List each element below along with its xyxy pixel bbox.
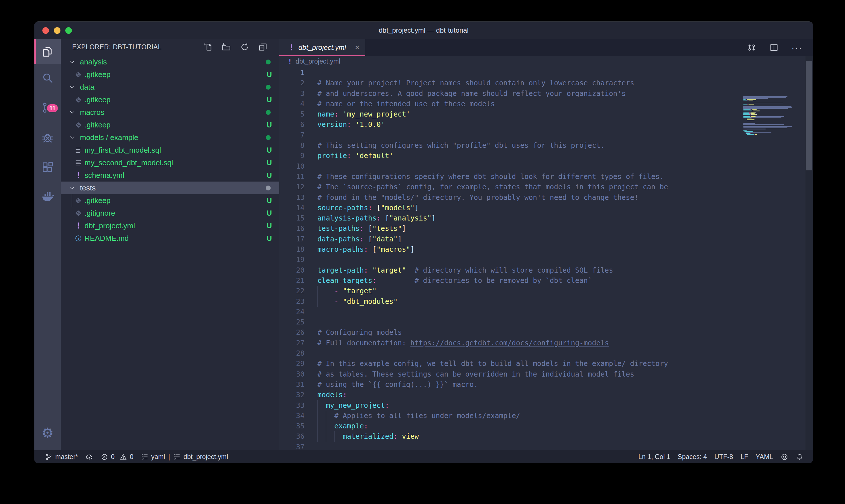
tree-item-gitignore[interactable]: .gitignoreU xyxy=(61,207,279,219)
code-line[interactable]: materialized: view xyxy=(317,431,668,442)
extensions-icon xyxy=(41,161,54,174)
settings-gear-button[interactable]: ⚙ xyxy=(34,420,61,445)
tree-item-dbt-project-yml[interactable]: !dbt_project.ymlU xyxy=(61,219,279,232)
minimap-line xyxy=(755,112,756,112)
code-line[interactable]: # Full documentation: https://docs.getdb… xyxy=(317,338,668,348)
code-line[interactable]: # Name your project! Project names shoul… xyxy=(317,78,668,88)
tree-item-gitkeep[interactable]: .gitkeepU xyxy=(61,68,279,81)
refresh-icon[interactable] xyxy=(240,42,250,52)
code-line[interactable]: data-paths: ["data"] xyxy=(317,234,668,244)
close-window-button[interactable] xyxy=(42,27,49,34)
tree-item-my-first-dbt-model-sql[interactable]: my_first_dbt_model.sqlU xyxy=(61,144,279,156)
tab-dbt-project-yml[interactable]: ! dbt_project.yml × xyxy=(279,39,365,56)
indent-guide xyxy=(326,421,326,431)
line-number: 14 xyxy=(279,203,305,213)
git-branch-status[interactable]: master* xyxy=(41,450,82,463)
encoding-status[interactable]: UTF-8 xyxy=(711,450,737,463)
tree-item-gitkeep[interactable]: .gitkeepU xyxy=(61,119,279,131)
maximize-window-button[interactable] xyxy=(65,27,72,34)
code-line[interactable]: # using the `{{ config(...) }}` macro. xyxy=(317,379,668,390)
tree-item-readme-md[interactable]: README.mdU xyxy=(61,232,279,245)
tree-item-macros[interactable]: macros xyxy=(61,106,279,119)
code-line[interactable]: # Applies to all files under models/exam… xyxy=(317,411,668,421)
code-line[interactable]: name: 'my_new_project' xyxy=(317,109,668,120)
explorer-sidebar: EXPLORER: DBT-TUTORIAL analysis.gitkeepU… xyxy=(61,39,279,450)
code-line[interactable]: # The `source-paths` config, for example… xyxy=(317,182,668,192)
tree-item-gitkeep[interactable]: .gitkeepU xyxy=(61,93,279,106)
code-line[interactable]: # Configuring models xyxy=(317,327,668,338)
problems-status[interactable]: 0 0 xyxy=(97,450,137,463)
code-line[interactable] xyxy=(317,442,668,450)
code-line[interactable]: models: xyxy=(317,390,668,400)
code-line[interactable]: source-paths: ["models"] xyxy=(317,203,668,213)
new-folder-icon[interactable] xyxy=(221,42,231,52)
code-line[interactable]: clean-targets: # directories to be remov… xyxy=(317,275,668,286)
code-line[interactable]: # name or the intended use of these mode… xyxy=(317,99,668,109)
more-actions-icon[interactable]: ··· xyxy=(791,43,803,52)
code-line[interactable] xyxy=(317,130,668,140)
code-lines[interactable]: # Name your project! Project names shoul… xyxy=(317,68,668,450)
open-changes-icon[interactable] xyxy=(747,43,756,52)
code-editor[interactable]: 1234567891011121314151617181920212223242… xyxy=(279,67,806,450)
feedback-button[interactable] xyxy=(777,450,792,463)
minimize-window-button[interactable] xyxy=(54,27,60,34)
language-mode-status[interactable]: YAML xyxy=(752,450,777,463)
code-line[interactable] xyxy=(317,307,668,317)
code-line[interactable]: # found in the "models/" directory. You … xyxy=(317,193,668,203)
tree-item-tests[interactable]: tests xyxy=(61,182,279,194)
linter-status[interactable]: yaml | dbt_project.yml xyxy=(137,450,232,463)
code-line[interactable] xyxy=(317,255,668,265)
code-line[interactable]: my_new_project: xyxy=(317,400,668,411)
code-line[interactable]: - "target" xyxy=(317,286,668,296)
minimap-line xyxy=(743,118,751,118)
code-line[interactable]: version: '1.0.0' xyxy=(317,120,668,130)
explorer-activity-button[interactable] xyxy=(34,39,61,64)
code-line[interactable]: macro-paths: ["macros"] xyxy=(317,244,668,255)
code-line[interactable]: target-path: "target" # directory which … xyxy=(317,265,668,275)
code-line[interactable]: test-paths: ["tests"] xyxy=(317,223,668,234)
cursor-position-status[interactable]: Ln 1, Col 1 xyxy=(635,450,674,463)
code-line[interactable] xyxy=(317,161,668,172)
split-editor-icon[interactable] xyxy=(769,43,779,52)
code-line[interactable]: # These configurations specify where dbt… xyxy=(317,172,668,182)
code-line[interactable]: # and underscores. A good package name s… xyxy=(317,89,668,99)
indentation-status[interactable]: Spaces: 4 xyxy=(674,450,711,463)
eol-status[interactable]: LF xyxy=(737,450,752,463)
debug-activity-button[interactable] xyxy=(34,125,61,150)
code-line[interactable] xyxy=(317,317,668,327)
tree-item-models-example[interactable]: models / example xyxy=(61,131,279,144)
extensions-activity-button[interactable] xyxy=(34,155,61,180)
docker-activity-button[interactable] xyxy=(34,184,61,209)
minimap-line xyxy=(747,100,756,100)
tree-item-gitkeep[interactable]: .gitkeepU xyxy=(61,194,279,207)
breadcrumb-file[interactable]: dbt_project.yml xyxy=(295,57,340,65)
source-control-activity-button[interactable]: 11 xyxy=(34,95,61,120)
sync-changes-button[interactable] xyxy=(82,450,97,463)
code-line[interactable]: # In this example config, we tell dbt to… xyxy=(317,359,668,369)
code-line[interactable] xyxy=(317,68,668,78)
collapse-all-icon[interactable] xyxy=(258,42,268,52)
search-activity-button[interactable] xyxy=(34,65,61,90)
chevron-down-icon xyxy=(69,58,76,66)
code-line[interactable] xyxy=(317,348,668,359)
code-line[interactable]: analysis-paths: ["analysis"] xyxy=(317,213,668,223)
code-line[interactable]: example: xyxy=(317,421,668,431)
minimap-line xyxy=(745,133,750,134)
breadcrumb[interactable]: ! dbt_project.yml xyxy=(279,56,806,67)
code-line[interactable]: profile: 'default' xyxy=(317,151,668,161)
tree-item-analysis[interactable]: analysis xyxy=(61,56,279,68)
code-line[interactable]: # This setting configures which "profile… xyxy=(317,140,668,151)
code-line[interactable]: - "dbt_modules" xyxy=(317,296,668,307)
editor-scrollbar[interactable] xyxy=(806,56,813,450)
code-line[interactable]: # as tables. These settings can be overr… xyxy=(317,369,668,379)
line-number: 2 xyxy=(279,78,305,88)
tree-item-schema-yml[interactable]: !schema.ymlU xyxy=(61,169,279,182)
notifications-button[interactable] xyxy=(792,450,807,463)
new-file-icon[interactable] xyxy=(203,42,213,52)
tree-item-my-second-dbt-model-sql[interactable]: my_second_dbt_model.sqlU xyxy=(61,156,279,169)
close-tab-icon[interactable]: × xyxy=(355,43,359,52)
tree-item-label: models / example xyxy=(80,133,138,142)
tree-item-data[interactable]: data xyxy=(61,81,279,93)
minimap[interactable] xyxy=(743,94,804,450)
scrollbar-thumb[interactable] xyxy=(806,61,812,170)
